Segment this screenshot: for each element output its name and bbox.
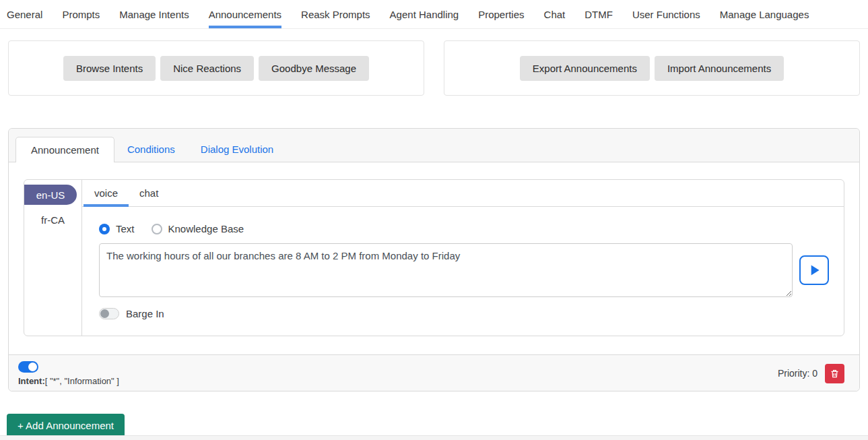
intent-label: Intent:: [18, 376, 45, 386]
tab-general[interactable]: General: [7, 0, 42, 28]
footer-right: Priority: 0: [778, 361, 844, 385]
intent-value: [ "*", "Information" ]: [45, 376, 119, 386]
tab-announcement[interactable]: Announcement: [15, 137, 114, 162]
goodbye-message-button[interactable]: Goodbye Message: [259, 56, 369, 81]
play-button[interactable]: [799, 255, 829, 285]
radio-knowledge-base-label[interactable]: Knowledge Base: [168, 223, 244, 234]
announcement-card-tabs: Announcement Conditions Dialog Evolution: [9, 129, 859, 162]
radio-knowledge-base[interactable]: [152, 224, 162, 234]
language-channel-box: en-US fr-CA voice chat Text Knowledge Ba…: [24, 179, 844, 336]
intent-line: Intent:[ "*", "Information" ]: [18, 376, 119, 386]
barge-in-label: Barge In: [126, 308, 164, 319]
tab-user-functions[interactable]: User Functions: [632, 0, 700, 28]
toolbar-panels: Browse Intents Nice Reactions Goodbye Me…: [0, 40, 868, 96]
channel-tabs: voice chat: [82, 180, 844, 207]
tab-chat[interactable]: Chat: [544, 0, 566, 28]
source-type-options: Text Knowledge Base: [99, 223, 829, 234]
add-announcement-button[interactable]: + Add Announcement: [7, 414, 125, 437]
toggle-knob: [28, 363, 37, 371]
voice-channel-panel: Text Knowledge Base The working hours of…: [82, 207, 844, 336]
browse-intents-button[interactable]: Browse Intents: [63, 56, 156, 81]
channel-content: voice chat Text Knowledge Base The worki…: [82, 180, 844, 336]
language-list: en-US fr-CA: [24, 180, 82, 336]
play-icon: [805, 261, 823, 279]
intents-toolbar-panel: Browse Intents Nice Reactions Goodbye Me…: [8, 40, 424, 96]
bottom-divider: [0, 435, 868, 440]
channel-tab-voice[interactable]: voice: [84, 180, 129, 206]
delete-announcement-button[interactable]: [825, 364, 844, 383]
tab-dialog-evolution[interactable]: Dialog Evolution: [188, 137, 286, 162]
lang-tab-fr-ca[interactable]: fr-CA: [24, 214, 81, 226]
barge-in-toggle[interactable]: [99, 308, 119, 319]
export-announcements-button[interactable]: Export Announcements: [520, 56, 650, 81]
trash-icon: [830, 369, 840, 379]
tab-prompts[interactable]: Prompts: [62, 0, 100, 28]
footer-left: Intent:[ "*", "Information" ]: [12, 361, 119, 385]
channel-tab-chat[interactable]: chat: [129, 180, 169, 206]
tab-conditions[interactable]: Conditions: [114, 137, 188, 162]
announcement-card-footer: Intent:[ "*", "Information" ] Priority: …: [9, 354, 859, 391]
announcement-card-body: en-US fr-CA voice chat Text Knowledge Ba…: [9, 162, 859, 354]
tab-properties[interactable]: Properties: [478, 0, 524, 28]
announcement-text-row: The working hours of all our branches ar…: [99, 243, 829, 297]
toggle-knob: [100, 309, 109, 318]
import-announcements-button[interactable]: Import Announcements: [655, 56, 784, 81]
top-navigation: General Prompts Manage Intents Announcem…: [0, 0, 868, 29]
announcement-card: Announcement Conditions Dialog Evolution…: [8, 128, 860, 391]
radio-text[interactable]: [99, 224, 110, 234]
nice-reactions-button[interactable]: Nice Reactions: [160, 56, 254, 81]
tab-reask-prompts[interactable]: Reask Prompts: [301, 0, 370, 28]
tab-manage-languages[interactable]: Manage Languages: [720, 0, 809, 28]
lang-tab-en-us[interactable]: en-US: [24, 185, 77, 205]
tab-announcements[interactable]: Announcements: [209, 0, 281, 28]
import-export-toolbar-panel: Export Announcements Import Announcement…: [444, 40, 860, 96]
announcement-enabled-toggle[interactable]: [18, 361, 38, 373]
tab-dtmf[interactable]: DTMF: [585, 0, 613, 28]
radio-text-label[interactable]: Text: [116, 223, 135, 234]
tab-agent-handling[interactable]: Agent Handling: [390, 0, 459, 28]
tab-manage-intents[interactable]: Manage Intents: [119, 0, 189, 28]
announcement-text-input[interactable]: The working hours of all our branches ar…: [99, 243, 793, 297]
barge-in-row: Barge In: [99, 308, 829, 319]
priority-label: Priority: 0: [778, 368, 817, 379]
